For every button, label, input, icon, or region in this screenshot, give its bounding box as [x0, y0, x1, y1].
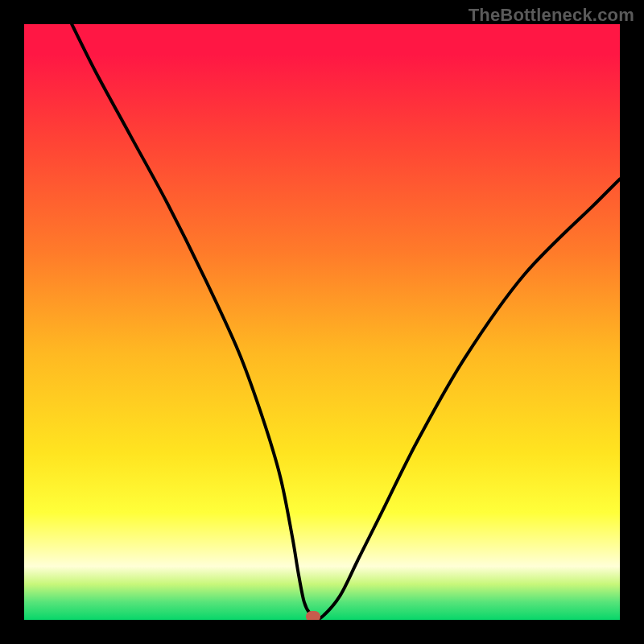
bottleneck-curve-path — [72, 24, 620, 618]
plot-area — [24, 24, 620, 620]
minimum-marker — [306, 611, 320, 620]
watermark-text: TheBottleneck.com — [469, 5, 634, 26]
curve-svg — [24, 24, 620, 620]
chart-frame: TheBottleneck.com — [0, 0, 644, 644]
